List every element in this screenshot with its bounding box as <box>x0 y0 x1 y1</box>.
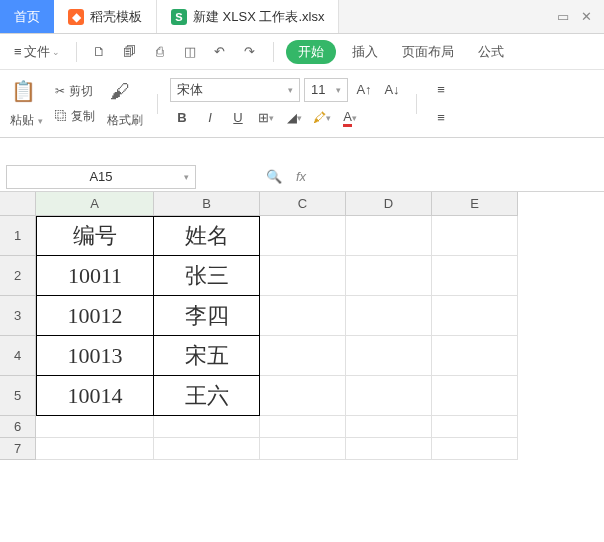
col-header-c[interactable]: C <box>260 192 346 216</box>
name-box-value: A15 <box>89 169 112 184</box>
cell-d1[interactable] <box>346 216 432 256</box>
cell-e5[interactable] <box>432 376 518 416</box>
highlight-button[interactable]: 🖍▾ <box>310 106 334 130</box>
row-header-3[interactable]: 3 <box>0 296 36 336</box>
cell-c5[interactable] <box>260 376 346 416</box>
tab-file-label: 新建 XLSX 工作表.xlsx <box>193 8 324 26</box>
cell-a7[interactable] <box>36 438 154 460</box>
bold-button[interactable]: B <box>170 106 194 130</box>
preview-icon[interactable]: ◫ <box>179 41 201 63</box>
cell-b7[interactable] <box>154 438 260 460</box>
cut-button[interactable]: ✂剪切 <box>53 81 97 102</box>
save-as-icon[interactable]: 🗐 <box>119 41 141 63</box>
row-header-7[interactable]: 7 <box>0 438 36 460</box>
cell-d7[interactable] <box>346 438 432 460</box>
formula-bar-row: A15 ▾ 🔍 fx <box>0 162 604 192</box>
cell-a1[interactable]: 编号 <box>36 216 154 256</box>
cell-d5[interactable] <box>346 376 432 416</box>
font-size-select[interactable]: 11▾ <box>304 78 348 102</box>
cell-c2[interactable] <box>260 256 346 296</box>
clipboard-icon[interactable]: 📋 <box>8 76 38 106</box>
ribbon: 📋 粘贴▾ ✂剪切 ⿻复制 🖌 格式刷 宋体▾ 11▾ A↑ A↓ B I U … <box>0 70 604 138</box>
cell-a6[interactable] <box>36 416 154 438</box>
chevron-down-icon: ▾ <box>38 116 43 126</box>
cell-c1[interactable] <box>260 216 346 256</box>
close-icon[interactable]: ✕ <box>581 9 592 24</box>
cell-e1[interactable] <box>432 216 518 256</box>
col-header-b[interactable]: B <box>154 192 260 216</box>
cell-a5[interactable]: 10014 <box>36 376 154 416</box>
align-left-button[interactable]: ≡ <box>429 106 453 130</box>
increase-font-button[interactable]: A↑ <box>352 78 376 102</box>
cell-d6[interactable] <box>346 416 432 438</box>
border-button[interactable]: ⊞▾ <box>254 106 278 130</box>
cell-a3[interactable]: 10012 <box>36 296 154 336</box>
cell-e2[interactable] <box>432 256 518 296</box>
select-all-corner[interactable] <box>0 192 36 216</box>
tab-insert[interactable]: 插入 <box>344 43 386 61</box>
col-header-d[interactable]: D <box>346 192 432 216</box>
row-header-5[interactable]: 5 <box>0 376 36 416</box>
decrease-font-button[interactable]: A↓ <box>380 78 404 102</box>
cell-e6[interactable] <box>432 416 518 438</box>
cell-a2[interactable]: 10011 <box>36 256 154 296</box>
paste-button[interactable]: 粘贴▾ <box>8 110 45 131</box>
cell-c3[interactable] <box>260 296 346 336</box>
chevron-down-icon: ▾ <box>288 85 293 95</box>
fx-icon[interactable]: fx <box>296 169 306 184</box>
underline-button[interactable]: U <box>226 106 250 130</box>
column-headers: A B C D E <box>0 192 518 216</box>
redo-icon[interactable]: ↷ <box>239 41 261 63</box>
row-header-2[interactable]: 2 <box>0 256 36 296</box>
name-box[interactable]: A15 ▾ <box>6 165 196 189</box>
cell-c4[interactable] <box>260 336 346 376</box>
copy-button[interactable]: ⿻复制 <box>53 106 97 127</box>
zoom-icon[interactable]: 🔍 <box>266 169 282 184</box>
col-header-a[interactable]: A <box>36 192 154 216</box>
cell-b3[interactable]: 李四 <box>154 296 260 336</box>
row-header-6[interactable]: 6 <box>0 416 36 438</box>
cell-d4[interactable] <box>346 336 432 376</box>
cell-e7[interactable] <box>432 438 518 460</box>
cell-c6[interactable] <box>260 416 346 438</box>
row-header-4[interactable]: 4 <box>0 336 36 376</box>
tab-home[interactable]: 首页 <box>0 0 54 33</box>
cell-b5[interactable]: 王六 <box>154 376 260 416</box>
cell-b1[interactable]: 姓名 <box>154 216 260 256</box>
print-icon[interactable]: ⎙ <box>149 41 171 63</box>
cell-d3[interactable] <box>346 296 432 336</box>
window-menu-icon[interactable]: ▭ <box>557 9 569 24</box>
cell-a4[interactable]: 10013 <box>36 336 154 376</box>
font-color-button[interactable]: A▾ <box>338 106 362 130</box>
tab-start[interactable]: 开始 <box>286 40 336 64</box>
size-value: 11 <box>311 82 325 97</box>
fill-color-button[interactable]: ◢▾ <box>282 106 306 130</box>
cut-label: 剪切 <box>69 83 93 100</box>
align-top-button[interactable]: ≡ <box>429 78 453 102</box>
tab-file[interactable]: S 新建 XLSX 工作表.xlsx <box>157 0 339 33</box>
undo-icon[interactable]: ↶ <box>209 41 231 63</box>
font-select[interactable]: 宋体▾ <box>170 78 300 102</box>
cell-c7[interactable] <box>260 438 346 460</box>
tab-layout[interactable]: 页面布局 <box>394 43 462 61</box>
save-icon[interactable]: 🗋 <box>89 41 111 63</box>
clipboard-group: ✂剪切 ⿻复制 <box>53 81 97 127</box>
format-painter-button[interactable]: 格式刷 <box>105 110 145 131</box>
tab-template[interactable]: ◆ 稻壳模板 <box>54 0 157 33</box>
cell-d2[interactable] <box>346 256 432 296</box>
row-header-1[interactable]: 1 <box>0 216 36 256</box>
chevron-down-icon: ▾ <box>336 85 341 95</box>
copy-icon: ⿻ <box>55 109 67 123</box>
cell-b2[interactable]: 张三 <box>154 256 260 296</box>
italic-button[interactable]: I <box>198 106 222 130</box>
spreadsheet-grid: A B C D E 1编号姓名 210011张三 310012李四 410013… <box>0 192 604 460</box>
col-header-e[interactable]: E <box>432 192 518 216</box>
separator <box>157 94 158 114</box>
file-menu[interactable]: ≡ 文件 ⌄ <box>10 41 64 63</box>
cell-b6[interactable] <box>154 416 260 438</box>
brush-icon[interactable]: 🖌 <box>105 76 135 106</box>
cell-e4[interactable] <box>432 336 518 376</box>
cell-b4[interactable]: 宋五 <box>154 336 260 376</box>
tab-formula[interactable]: 公式 <box>470 43 512 61</box>
cell-e3[interactable] <box>432 296 518 336</box>
